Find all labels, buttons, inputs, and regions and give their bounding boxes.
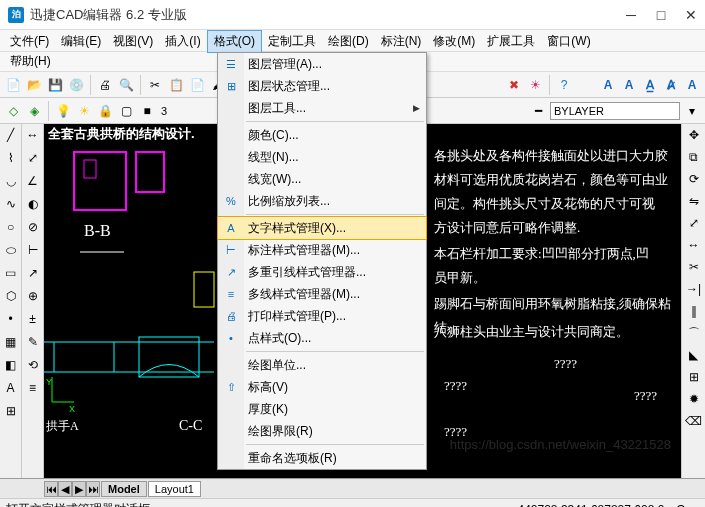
tab-next[interactable]: ▶ [72,481,86,497]
preview-icon[interactable]: 🔍 [117,76,135,94]
text-a3-icon[interactable]: A̲ [641,76,659,94]
text-a1-icon[interactable]: A [599,76,617,94]
stretch-icon[interactable]: ↔ [685,236,703,254]
mirror-icon[interactable]: ⇋ [685,192,703,210]
menu-insert[interactable]: 插入(I) [159,31,206,52]
dropdown-icon[interactable]: ▾ [683,102,701,120]
polygon-icon[interactable]: ⬡ [2,287,20,305]
menu-help[interactable]: 帮助(H) [10,53,51,70]
save-icon[interactable]: 💾 [46,76,64,94]
sun-icon[interactable]: ☀ [526,76,544,94]
trim-icon[interactable]: ✂ [685,258,703,276]
text-a4-icon[interactable]: A̷ [662,76,680,94]
dd-linetype[interactable]: 线型(N)... [218,146,426,168]
menu-view[interactable]: 视图(V) [107,31,159,52]
hatch-icon[interactable]: ▦ [2,333,20,351]
dd-mline-style[interactable]: ≡多线样式管理器(M)... [218,283,426,305]
text-icon[interactable]: A [2,379,20,397]
move-icon[interactable]: ✥ [685,126,703,144]
dd-dim-style[interactable]: ⊢标注样式管理器(M)... [218,239,426,261]
rotate-icon[interactable]: ⟳ [685,170,703,188]
explode-icon[interactable]: ✹ [685,390,703,408]
tab-layout1[interactable]: Layout1 [148,481,201,497]
dim-linear-icon[interactable]: ↔ [24,126,42,144]
dd-point-style[interactable]: •点样式(O)... [218,327,426,349]
close-button[interactable]: ✕ [685,9,697,21]
dd-layer-state[interactable]: ⊞图层状态管理... [218,75,426,97]
menu-file[interactable]: 文件(F) [4,31,55,52]
dd-layer-tools[interactable]: 图层工具...▶ [218,97,426,119]
layer2-icon[interactable]: ◈ [25,102,43,120]
ellipse-icon[interactable]: ⬭ [2,241,20,259]
menu-draw[interactable]: 绘图(D) [322,31,375,52]
menu-custom-tool[interactable]: 定制工具 [262,31,322,52]
text-a5-icon[interactable]: A [683,76,701,94]
dim-edit-icon[interactable]: ✎ [24,333,42,351]
dd-draw-units[interactable]: 绘图单位... [218,354,426,376]
extend-icon[interactable]: →| [685,280,703,298]
menu-annotate[interactable]: 标注(N) [375,31,428,52]
dim-edit2-icon[interactable]: ⟲ [24,356,42,374]
dim-aligned-icon[interactable]: ⤢ [24,149,42,167]
menu-window[interactable]: 窗口(W) [541,31,596,52]
tab-last[interactable]: ⏭ [86,481,100,497]
dd-lineweight[interactable]: 线宽(W)... [218,168,426,190]
help-icon[interactable]: ? [555,76,573,94]
dd-color[interactable]: 颜色(C)... [218,124,426,146]
block-icon[interactable]: ⊞ [2,402,20,420]
dim-diameter-icon[interactable]: ⊘ [24,218,42,236]
dd-rename[interactable]: 重命名选项板(R) [218,447,426,469]
rect-icon[interactable]: ▭ [2,264,20,282]
dim-angular-icon[interactable]: ∠ [24,172,42,190]
chamfer-icon[interactable]: ◣ [685,346,703,364]
paste-icon[interactable]: 📄 [188,76,206,94]
dd-draw-bounds[interactable]: 绘图界限(R) [218,420,426,442]
dd-thickness[interactable]: 厚度(K) [218,398,426,420]
dd-print-style[interactable]: 🖨打印样式管理(P)... [218,305,426,327]
array-icon[interactable]: ⊞ [685,368,703,386]
bulb-icon[interactable]: 💡 [54,102,72,120]
circle-icon[interactable]: ○ [2,218,20,236]
lock-icon[interactable]: 🔒 [96,102,114,120]
maximize-button[interactable]: □ [655,9,667,21]
region-icon[interactable]: ◧ [2,356,20,374]
print-icon[interactable]: 🖨 [96,76,114,94]
square-icon[interactable]: ■ [138,102,156,120]
box-icon[interactable]: ▢ [117,102,135,120]
dim-ordinate-icon[interactable]: ⊢ [24,241,42,259]
menu-edit[interactable]: 编辑(E) [55,31,107,52]
menu-extend-tool[interactable]: 扩展工具 [481,31,541,52]
cancel-icon[interactable]: ✖ [505,76,523,94]
offset-icon[interactable]: ‖ [685,302,703,320]
dim-tol-icon[interactable]: ± [24,310,42,328]
dim-leader-icon[interactable]: ↗ [24,264,42,282]
scale-icon[interactable]: ⤢ [685,214,703,232]
menu-modify[interactable]: 修改(M) [427,31,481,52]
tab-prev[interactable]: ◀ [58,481,72,497]
dim-style-icon[interactable]: ≡ [24,379,42,397]
dd-text-style[interactable]: A文字样式管理(X)... [218,217,426,239]
layer-icon[interactable]: ◇ [4,102,22,120]
fillet-icon[interactable]: ⌒ [685,324,703,342]
dd-mleader-style[interactable]: ↗多重引线样式管理器... [218,261,426,283]
polyline-icon[interactable]: ⌇ [2,149,20,167]
copy-icon[interactable]: 📋 [167,76,185,94]
menu-format[interactable]: 格式(O) [207,30,262,53]
arc-icon[interactable]: ◡ [2,172,20,190]
spline-icon[interactable]: ∿ [2,195,20,213]
tab-model[interactable]: Model [101,481,147,497]
dim-radius-icon[interactable]: ◐ [24,195,42,213]
dd-layer-manage[interactable]: ☰图层管理(A)... [218,53,426,75]
dd-scale-list[interactable]: %比例缩放列表... [218,190,426,212]
dim-center-icon[interactable]: ⊕ [24,287,42,305]
new-icon[interactable]: 📄 [4,76,22,94]
cut-icon[interactable]: ✂ [146,76,164,94]
open-icon[interactable]: 📂 [25,76,43,94]
saveall-icon[interactable]: 💿 [67,76,85,94]
line-icon[interactable]: ╱ [2,126,20,144]
dd-elevation[interactable]: ⇧标高(V) [218,376,426,398]
point-icon[interactable]: • [2,310,20,328]
text-a2-icon[interactable]: A [620,76,638,94]
copy2-icon[interactable]: ⧉ [685,148,703,166]
erase-icon[interactable]: ⌫ [685,412,703,430]
